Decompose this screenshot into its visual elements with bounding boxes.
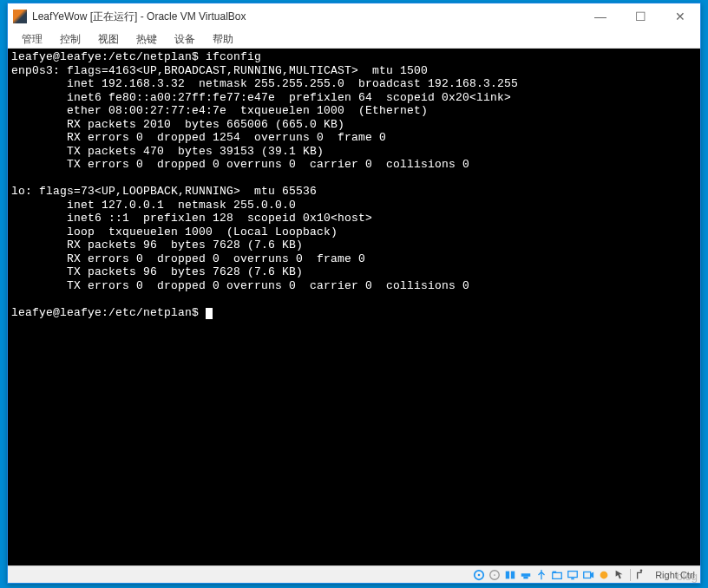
- terminal-line: RX errors 0 dropped 1254 overruns 0 fram…: [11, 131, 386, 144]
- menu-hotkeys[interactable]: 热键: [128, 29, 166, 48]
- terminal-line: RX errors 0 dropped 0 overruns 0 frame 0: [11, 252, 365, 265]
- svg-point-3: [494, 574, 495, 576]
- svg-rect-9: [553, 571, 556, 572]
- recording-icon[interactable]: [581, 568, 595, 582]
- statusbar-divider: [630, 569, 631, 581]
- svg-point-13: [600, 571, 608, 578]
- usb-icon[interactable]: [534, 568, 548, 582]
- svg-rect-8: [553, 572, 562, 578]
- minimize-button[interactable]: —: [580, 3, 620, 29]
- terminal-line: loop txqueuelen 1000 (Local Loopback): [11, 225, 338, 238]
- svg-rect-7: [524, 576, 528, 578]
- optical-drive-icon[interactable]: [488, 568, 502, 582]
- terminal-line: TX errors 0 dropped 0 overruns 0 carrier…: [11, 279, 469, 292]
- hard-disk-icon[interactable]: [472, 568, 486, 582]
- close-button[interactable]: ✕: [660, 3, 700, 29]
- terminal-line: leafye@leafye:/etc/netplan$ ifconfig: [11, 50, 261, 63]
- svg-rect-6: [521, 573, 531, 577]
- mouse-integration-icon[interactable]: [613, 568, 626, 582]
- terminal-line: inet6 fe80::a00:27ff:fe77:e47e prefixlen…: [11, 91, 511, 104]
- terminal-line: ether 08:00:27:77:e4:7e txqueuelen 1000 …: [11, 104, 428, 117]
- svg-rect-11: [571, 578, 574, 579]
- processor-icon[interactable]: [597, 568, 611, 582]
- terminal-line: TX packets 96 bytes 7628 (7.6 KB): [11, 265, 303, 278]
- terminal-line: inet 192.168.3.32 netmask 255.255.255.0 …: [11, 77, 518, 90]
- host-key-label: Right Ctrl: [655, 570, 695, 580]
- keyboard-icon[interactable]: [634, 568, 648, 582]
- menu-devices[interactable]: 设备: [166, 29, 204, 48]
- terminal-line: inet 127.0.0.1 netmask 255.0.0.0: [11, 199, 296, 212]
- window-title: LeafYeWow [正在运行] - Oracle VM VirtualBox: [32, 10, 246, 24]
- statusbar: Right Ctrl: [8, 565, 700, 583]
- shared-folders-icon[interactable]: [550, 568, 564, 582]
- svg-rect-12: [584, 572, 591, 578]
- virtualbox-icon: [13, 10, 27, 23]
- menu-manage[interactable]: 管理: [13, 29, 51, 48]
- terminal-line: inet6 ::1 prefixlen 128 scopeid 0x10<hos…: [11, 212, 372, 225]
- terminal-line: TX errors 0 dropped 0 overruns 0 carrier…: [11, 158, 469, 171]
- svg-rect-10: [568, 571, 578, 577]
- titlebar[interactable]: LeafYeWow [正在运行] - Oracle VM VirtualBox …: [8, 3, 700, 29]
- audio-icon[interactable]: [503, 568, 517, 582]
- vm-window: LeafYeWow [正在运行] - Oracle VM VirtualBox …: [7, 3, 701, 584]
- cursor-icon: [206, 308, 213, 319]
- maximize-button[interactable]: ☐: [620, 3, 660, 29]
- svg-point-14: [640, 569, 643, 572]
- svg-rect-5: [511, 571, 515, 578]
- menubar: 管理 控制 视图 热键 设备 帮助: [8, 29, 700, 49]
- network-icon[interactable]: [519, 568, 533, 582]
- terminal-prompt: leafye@leafye:/etc/netplan$: [11, 306, 206, 319]
- svg-rect-4: [506, 571, 509, 578]
- terminal-line: RX packets 96 bytes 7628 (7.6 KB): [11, 238, 303, 252]
- terminal-line: RX packets 2010 bytes 665006 (665.0 KB): [11, 118, 344, 131]
- menu-view[interactable]: 视图: [89, 29, 128, 48]
- terminal-line: lo: flags=73<UP,LOOPBACK,RUNNING> mtu 65…: [11, 185, 317, 198]
- terminal[interactable]: leafye@leafye:/etc/netplan$ ifconfig enp…: [8, 49, 700, 565]
- menu-help[interactable]: 帮助: [204, 29, 242, 48]
- menu-control[interactable]: 控制: [51, 29, 89, 48]
- display-icon[interactable]: [566, 568, 580, 582]
- terminal-line: TX packets 470 bytes 39153 (39.1 KB): [11, 145, 324, 158]
- window-controls: — ☐ ✕: [580, 3, 700, 29]
- svg-point-1: [478, 573, 481, 576]
- terminal-line: enp0s3: flags=4163<UP,BROADCAST,RUNNING,…: [11, 64, 428, 77]
